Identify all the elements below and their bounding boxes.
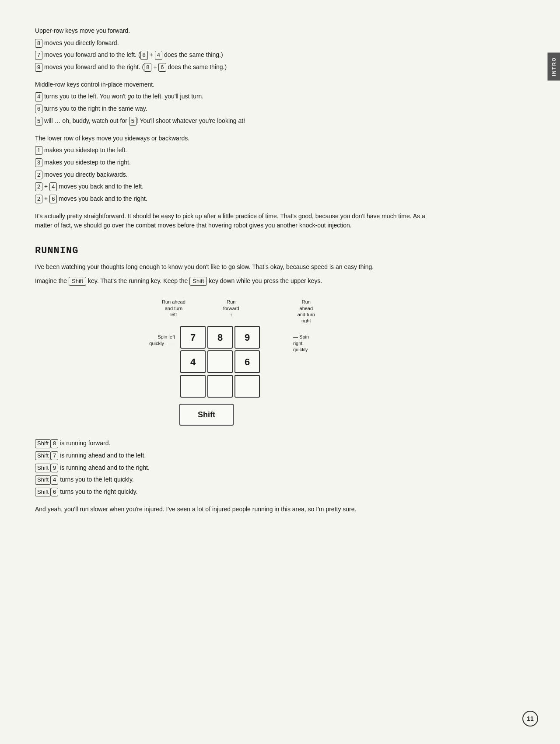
upper-row-3: 9 moves you forward and to the right. (8…: [35, 63, 429, 72]
key-5-display: [207, 350, 233, 373]
closing-paragraph: And yeah, you'll run slower when you're …: [35, 505, 429, 514]
key-4c: 4: [49, 182, 57, 191]
keyboard-diagram: Run aheadand turnleft Runforward↑ Runahe…: [35, 299, 429, 426]
running-heading: RUNNING: [35, 244, 429, 258]
diagram-area: Run aheadand turnleft Runforward↑ Runahe…: [140, 299, 324, 426]
page-number: 11: [522, 711, 538, 727]
side-tab: INTRO: [548, 52, 560, 80]
key-3-display: [234, 375, 260, 398]
key-5: 5: [35, 117, 42, 126]
middle-row-3: 5 will … oh, buddy, watch out for 5! You…: [35, 116, 429, 126]
upper-row-2: 7 moves you forward and to the left. (8 …: [35, 50, 429, 60]
shift-key-display: Shift: [179, 404, 234, 426]
lower-row-heading: The lower row of keys move you sideways …: [35, 134, 429, 143]
summary-paragraph: It's actually pretty straightforward. It…: [35, 212, 429, 231]
key-7-display: 7: [180, 326, 206, 349]
key-6a: 6: [158, 63, 166, 72]
key-row-middle: 4 6: [179, 349, 324, 374]
shift-key-inline1: Shift: [69, 277, 86, 286]
key-6c: 6: [49, 195, 57, 203]
key-8c: 8: [144, 63, 151, 72]
key-6b: 6: [35, 105, 42, 113]
lower-row-5: 2 + 6 moves you back and to the right.: [35, 194, 429, 204]
label-run-ahead-right: Runaheadand turnright: [298, 299, 315, 324]
shift-row: Shift: [179, 404, 324, 426]
key-7: 7: [35, 51, 42, 59]
key-1: 1: [35, 146, 42, 155]
label-spin-left: Spin leftquickly ——: [140, 334, 175, 346]
label-run-ahead-left: Run aheadand turnleft: [162, 299, 186, 318]
page: INTRO Upper-row keys move you forward. 8…: [0, 0, 560, 744]
shift-8-key: Shift: [35, 439, 51, 448]
key-8b: 8: [140, 51, 148, 59]
key-4b: 4: [35, 92, 42, 101]
shift-key-inline2: Shift: [189, 277, 207, 286]
keys-container: Spin leftquickly —— — Spinrightquickly 7…: [140, 325, 324, 398]
key-2c: 2: [35, 195, 42, 203]
middle-row-1: 4 turns you to the left. You won't go to…: [35, 92, 429, 101]
key-8: 8: [35, 39, 42, 48]
key-2-display: [207, 375, 233, 398]
key-8-ad: 8: [51, 439, 58, 448]
after-diagram-5: Shift6 turns you to the right quickly.: [35, 487, 429, 497]
diagram-top-labels: Run aheadand turnleft Runforward↑ Runahe…: [140, 299, 324, 325]
lower-row-1: 1 makes you sidestep to the left.: [35, 146, 429, 155]
key-4-ad: 4: [51, 475, 58, 484]
after-diagram-3: Shift9 is running ahead and to the right…: [35, 463, 429, 473]
main-content: Upper-row keys move you forward. 8 moves…: [35, 26, 429, 514]
key-6-ad: 6: [51, 488, 58, 496]
running-para2: Imagine the Shift key. That's the runnin…: [35, 276, 429, 286]
key-4a: 4: [155, 51, 162, 59]
key-4-display: 4: [180, 350, 206, 373]
key-1-display: [180, 375, 206, 398]
key-3: 3: [35, 158, 42, 167]
key-row-bottom: [179, 374, 324, 398]
running-para1: I've been watching your thoughts long en…: [35, 262, 429, 272]
middle-row-heading: Middle-row keys control in-place movemen…: [35, 80, 429, 90]
key-8-display: 8: [207, 326, 233, 349]
lower-row-2: 3 makes you sidestep to the right.: [35, 158, 429, 168]
upper-row-heading: Upper-row keys move you forward.: [35, 26, 429, 36]
shift-7-key: Shift: [35, 451, 51, 460]
key-9-ad: 9: [51, 464, 58, 472]
key-2: 2: [35, 171, 42, 179]
label-spin-right: — Spinrightquickly: [293, 334, 324, 353]
shift-6-key: Shift: [35, 488, 51, 496]
label-run-forward: Runforward↑: [223, 299, 239, 318]
key-7-ad: 7: [51, 451, 58, 460]
key-9-display: 9: [234, 326, 260, 349]
shift-4-key: Shift: [35, 475, 51, 484]
lower-row-4: 2 + 4 moves you back and to the left.: [35, 182, 429, 192]
key-6-display: 6: [234, 350, 260, 373]
shift-9-key: Shift: [35, 464, 51, 472]
lower-row-3: 2 moves you directly backwards.: [35, 170, 429, 180]
after-diagram-1: Shift8 is running forward.: [35, 439, 429, 448]
key-5b: 5: [129, 117, 136, 126]
after-diagram-4: Shift4 turns you to the left quickly.: [35, 475, 429, 485]
after-diagram-2: Shift7 is running ahead and to the left.: [35, 451, 429, 461]
key-9: 9: [35, 63, 42, 72]
middle-row-2: 6 turns you to the right in the same way…: [35, 104, 429, 114]
upper-row-1: 8 moves you directly forward.: [35, 38, 429, 48]
key-2b: 2: [35, 182, 42, 191]
